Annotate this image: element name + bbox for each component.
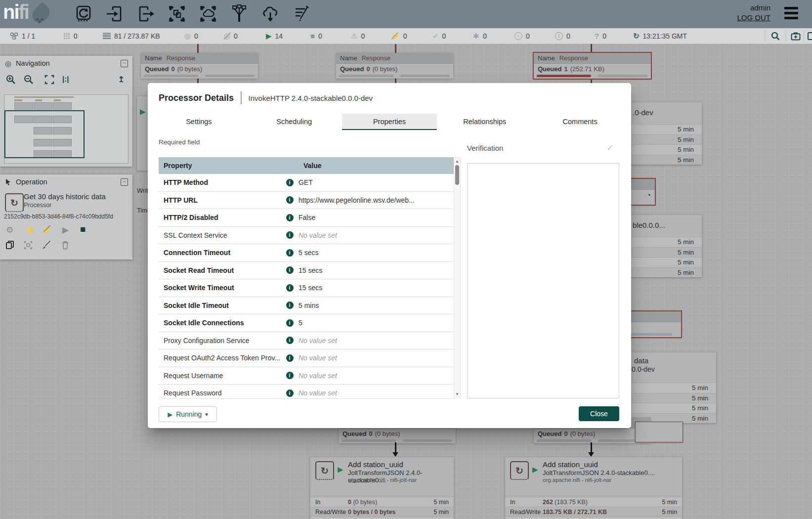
not-transmitting-icon: ◎ — [224, 32, 230, 40]
search-icon[interactable] — [771, 28, 780, 43]
tab-settings[interactable]: Settings — [151, 114, 247, 130]
processor-type: ble0.0.0... — [633, 221, 665, 229]
nifi-droplet-icon — [29, 1, 53, 25]
up-to-date-icon: ✓ — [432, 32, 439, 40]
color-brush-icon[interactable] — [42, 240, 51, 250]
processor[interactable]: ↻ ▶ Add station_uuid JoltTransformJSON 2… — [310, 457, 454, 519]
running-icon: ▶ — [532, 465, 538, 474]
stop-icon[interactable]: ■ — [80, 224, 85, 235]
info-icon[interactable]: i — [281, 319, 299, 327]
info-icon[interactable]: i — [281, 214, 299, 221]
info-icon[interactable]: i — [281, 196, 299, 204]
group-icon[interactable] — [24, 241, 33, 250]
viewport-rectangle[interactable] — [4, 110, 85, 158]
leave-group-icon[interactable]: ↥ — [118, 75, 125, 84]
processor-icon: ↻ — [315, 461, 334, 480]
tab-scheduling[interactable]: Scheduling — [247, 114, 342, 130]
navigation-panel: ◎ Navigation − |:| ↥ — [0, 56, 132, 167]
property-value: No value set — [299, 231, 454, 239]
title-divider — [241, 91, 242, 104]
enable-icon[interactable]: ⚡ — [25, 225, 35, 235]
input-port-icon[interactable] — [104, 3, 125, 24]
info-icon[interactable]: i — [281, 372, 299, 379]
tab-relationships[interactable]: Relationships — [437, 114, 532, 130]
property-value: No value set — [299, 389, 454, 397]
zoom-out-icon[interactable] — [24, 75, 34, 85]
processor-type: 0.0-dev — [632, 365, 655, 373]
funnel-icon[interactable] — [229, 3, 250, 24]
property-name: Request Username — [159, 372, 281, 380]
tab-comments[interactable]: Comments — [532, 114, 628, 130]
property-row[interactable]: Socket Read Timeout i 15 secs — [159, 262, 454, 280]
property-row[interactable]: Request OAuth2 Access Token Prov... i No… — [159, 349, 454, 367]
property-row[interactable]: Socket Idle Timeout i 5 mins — [159, 297, 454, 315]
configure-icon[interactable]: ⚙ — [6, 225, 13, 235]
stale-icon: ↑ — [514, 32, 522, 40]
delete-icon[interactable] — [61, 241, 69, 250]
property-row[interactable]: Connection Timeout i 5 secs — [159, 244, 454, 262]
property-value: False — [299, 214, 454, 221]
connection-label-full[interactable]: NameResponse Queued1(252.71 KB) — [534, 53, 651, 79]
transmitting-count: 0 — [194, 32, 198, 40]
property-row[interactable]: HTTP/2 Disabled i False — [159, 209, 454, 227]
property-row[interactable]: Socket Write Timeout i 15 secs — [159, 279, 454, 297]
remote-process-group-icon[interactable] — [198, 3, 218, 24]
zoom-in-icon[interactable] — [6, 75, 16, 85]
info-icon[interactable]: i — [281, 337, 299, 344]
hand-pointer-icon — [5, 178, 11, 186]
info-icon[interactable]: i — [281, 389, 299, 397]
table-scrollbar[interactable]: ▲ ▼ — [454, 157, 461, 398]
copy-icon[interactable] — [6, 241, 14, 250]
scroll-down-icon[interactable]: ▼ — [454, 392, 460, 396]
connection-arrow — [591, 442, 592, 456]
zoom-fit-icon[interactable] — [44, 75, 54, 85]
selected-component-id: 2152c9db-b853-3d46-84f8-c74c09bdd5fd — [4, 213, 113, 220]
run-status-button[interactable]: ▶ Running ▾ — [159, 406, 217, 422]
zoom-actual-icon[interactable]: |:| — [62, 75, 69, 83]
info-icon[interactable]: i — [281, 231, 299, 239]
property-value: No value set — [299, 337, 454, 345]
queued-count: 0 — [369, 430, 372, 437]
info-icon[interactable]: i — [281, 266, 299, 274]
property-row[interactable]: SSL Context Service i No value set — [159, 227, 454, 245]
template-download-icon[interactable] — [260, 3, 281, 24]
logout-link[interactable]: LOG OUT — [737, 13, 770, 22]
first-aid-kit-icon[interactable] — [791, 28, 801, 43]
bulletin-board-icon[interactable] — [808, 28, 812, 43]
global-menu-icon[interactable] — [784, 7, 798, 22]
connection-label[interactable]: NameResponse Queued0(0 bytes) — [336, 53, 453, 79]
refresh-icon[interactable]: ↻ — [633, 32, 640, 40]
processor-icon[interactable] — [73, 3, 94, 24]
output-port-icon[interactable] — [135, 3, 156, 24]
queued-count: 1 — [564, 65, 567, 73]
property-row[interactable]: HTTP URL i https://www.pegelonline.wsv.d… — [159, 192, 454, 210]
property-row[interactable]: Request Username i No value set — [159, 367, 454, 385]
birdseye-minimap[interactable] — [4, 94, 128, 164]
info-icon[interactable]: i — [281, 354, 299, 362]
cluster-icon — [10, 32, 18, 40]
verify-check-icon[interactable]: ✓ — [606, 143, 613, 153]
label-icon[interactable] — [291, 3, 312, 24]
connection-label[interactable]: NameResponse Queued0(0 bytes) — [141, 53, 258, 79]
info-icon[interactable]: i — [281, 302, 299, 309]
disable-icon[interactable]: ⚡ — [42, 225, 52, 235]
process-group-icon[interactable] — [167, 3, 187, 24]
property-row[interactable]: Request Password i No value set — [159, 385, 454, 399]
info-icon[interactable]: i — [281, 179, 299, 186]
scroll-up-icon[interactable]: ▲ — [454, 159, 460, 164]
tab-properties[interactable]: Properties — [342, 114, 437, 130]
collapse-icon[interactable]: − — [121, 178, 128, 186]
start-icon[interactable]: ▶ — [62, 225, 69, 235]
property-row[interactable]: Socket Idle Connections i 5 — [159, 314, 454, 332]
connection-name-label: Name — [145, 54, 162, 62]
connection-label-fragment[interactable] — [635, 422, 683, 442]
processor[interactable]: ↻ ▶ Add station_uuid JoltTransformJSON 2… — [505, 457, 682, 519]
verification-title: Verification — [467, 144, 503, 152]
scrollbar-thumb[interactable] — [455, 165, 459, 185]
property-row[interactable]: HTTP Method i GET — [159, 174, 454, 192]
close-button[interactable]: Close — [579, 406, 619, 421]
property-row[interactable]: Proxy Configuration Service i No value s… — [159, 332, 454, 350]
info-icon[interactable]: i — [281, 249, 299, 257]
collapse-icon[interactable]: − — [121, 60, 128, 67]
info-icon[interactable]: i — [281, 284, 299, 292]
